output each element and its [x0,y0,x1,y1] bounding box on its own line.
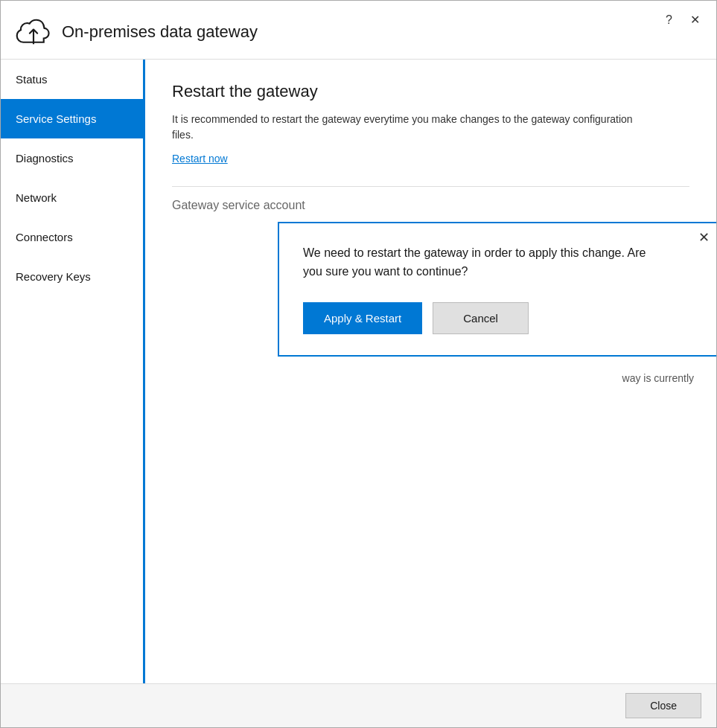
sidebar-item-service-settings[interactable]: Service Settings [1,99,143,138]
help-button[interactable]: ? [661,11,677,28]
modal-message: We need to restart the gateway in order … [303,244,660,281]
sidebar-item-diagnostics[interactable]: Diagnostics [1,138,143,178]
sidebar: Status Service Settings Diagnostics Netw… [1,60,145,683]
modal-close-button[interactable]: ✕ [698,231,710,244]
sidebar-item-network[interactable]: Network [1,178,143,217]
sidebar-item-recovery-keys[interactable]: Recovery Keys [1,257,143,296]
sidebar-item-status[interactable]: Status [1,60,143,99]
title-bar: On-premises data gateway ? ✕ [1,1,716,60]
apply-restart-button[interactable]: Apply & Restart [303,302,422,334]
app-window: On-premises data gateway ? ✕ Status Serv… [0,0,717,728]
cloud-upload-icon [16,14,51,50]
section-desc: It is recommended to restart the gateway… [172,112,634,143]
sidebar-item-connectors[interactable]: Connectors [1,217,143,257]
footer: Close [1,683,716,727]
modal-dialog: ✕ We need to restart the gateway in orde… [278,222,716,357]
gateway-status-partial: way is currently [622,372,694,384]
main-content: Status Service Settings Diagnostics Netw… [1,60,716,683]
window-close-button[interactable]: ✕ [686,11,704,28]
modal-actions: Apply & Restart Cancel [303,302,695,334]
title-bar-controls: ? ✕ [661,11,704,28]
cancel-button[interactable]: Cancel [433,302,529,334]
content-area: Restart the gateway It is recommended to… [145,60,716,683]
section-title: Restart the gateway [172,82,689,101]
gateway-service-heading: Gateway service account [172,187,305,211]
close-button[interactable]: Close [625,693,701,718]
restart-now-link[interactable]: Restart now [172,153,228,165]
app-title: On-premises data gateway [62,22,258,42]
